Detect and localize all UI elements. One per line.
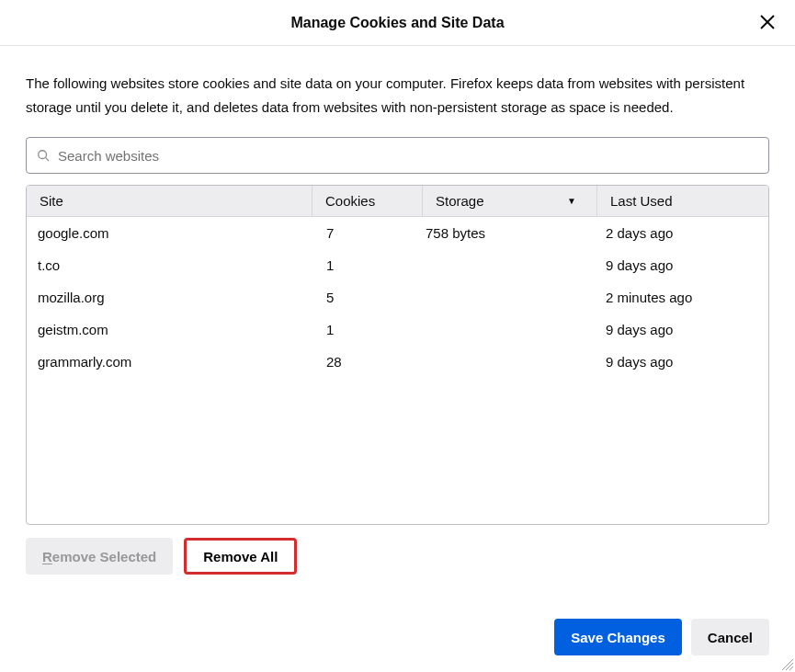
dialog-title: Manage Cookies and Site Data bbox=[290, 15, 504, 31]
dialog-description: The following websites store cookies and… bbox=[26, 72, 769, 119]
svg-line-6 bbox=[789, 666, 793, 670]
column-header-site[interactable]: Site bbox=[27, 186, 312, 216]
button-label-rest: emove All bbox=[213, 549, 278, 564]
table-row[interactable]: google.com7758 bytes2 days ago bbox=[27, 217, 768, 249]
cell-storage: 758 bytes bbox=[422, 225, 596, 241]
table-row[interactable]: t.co19 days ago bbox=[27, 249, 768, 281]
cell-cookies: 1 bbox=[312, 322, 422, 337]
cell-last-used: 9 days ago bbox=[596, 354, 768, 370]
table-header: Site Cookies Storage ▼ Last Used bbox=[27, 186, 768, 217]
cancel-button[interactable]: Cancel bbox=[691, 619, 769, 655]
column-header-cookies[interactable]: Cookies bbox=[312, 186, 422, 216]
table-body: google.com7758 bytes2 days agot.co19 day… bbox=[27, 217, 768, 378]
search-wrapper bbox=[26, 137, 769, 174]
cell-cookies: 5 bbox=[312, 290, 422, 305]
remove-buttons-row: Remove Selected Remove All bbox=[26, 538, 769, 575]
sort-descending-icon: ▼ bbox=[567, 196, 576, 206]
cell-last-used: 2 days ago bbox=[596, 225, 768, 241]
close-icon bbox=[759, 14, 776, 30]
dialog-header: Manage Cookies and Site Data bbox=[0, 0, 795, 46]
button-accesskey: R bbox=[42, 549, 52, 564]
dialog-footer-buttons: Save Changes Cancel bbox=[554, 619, 769, 655]
sites-table: Site Cookies Storage ▼ Last Used google.… bbox=[26, 185, 769, 525]
column-header-label: Last Used bbox=[610, 193, 673, 209]
remove-selected-button[interactable]: Remove Selected bbox=[26, 538, 173, 575]
cell-site: t.co bbox=[27, 257, 312, 273]
cell-cookies: 7 bbox=[312, 225, 422, 241]
dialog-content: The following websites store cookies and… bbox=[0, 46, 795, 575]
cell-cookies: 1 bbox=[312, 257, 422, 273]
cell-site: geistm.com bbox=[27, 322, 312, 337]
remove-all-button[interactable]: Remove All bbox=[184, 538, 297, 575]
cell-last-used: 9 days ago bbox=[596, 322, 768, 337]
cell-site: google.com bbox=[27, 225, 312, 241]
save-changes-button[interactable]: Save Changes bbox=[554, 619, 682, 655]
svg-line-4 bbox=[782, 659, 793, 670]
column-header-label: Cookies bbox=[325, 193, 375, 209]
cell-last-used: 9 days ago bbox=[596, 257, 768, 273]
cell-last-used: 2 minutes ago bbox=[596, 290, 768, 305]
column-header-storage[interactable]: Storage ▼ bbox=[422, 186, 596, 216]
table-row[interactable]: grammarly.com289 days ago bbox=[27, 346, 768, 378]
cell-site: grammarly.com bbox=[27, 354, 312, 370]
close-button[interactable] bbox=[756, 11, 778, 33]
table-row[interactable]: geistm.com19 days ago bbox=[27, 313, 768, 346]
svg-line-5 bbox=[786, 663, 793, 670]
button-accesskey: R bbox=[203, 549, 213, 564]
column-header-label: Storage bbox=[436, 193, 484, 209]
cell-site: mozilla.org bbox=[27, 290, 312, 305]
table-row[interactable]: mozilla.org52 minutes ago bbox=[27, 281, 768, 313]
search-input[interactable] bbox=[26, 137, 769, 174]
button-label-rest: emove Selected bbox=[52, 549, 156, 564]
column-header-label: Site bbox=[40, 193, 63, 209]
cell-cookies: 28 bbox=[312, 354, 422, 370]
column-header-last-used[interactable]: Last Used bbox=[596, 186, 768, 216]
resize-grip-icon bbox=[778, 655, 793, 670]
